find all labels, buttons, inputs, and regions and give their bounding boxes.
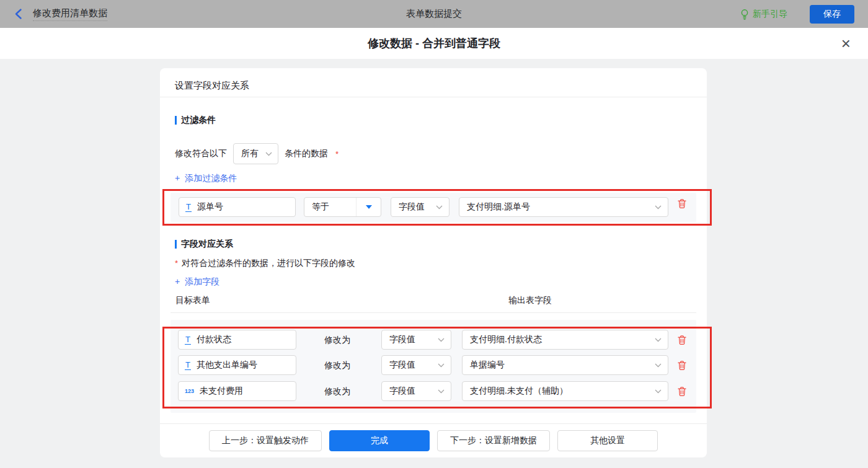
required-asterisk: *	[335, 149, 339, 159]
chevron-down-icon	[265, 152, 272, 156]
footer-actions: 上一步：设置触发动作 完成 下一步：设置新增数据 其他设置	[160, 430, 707, 451]
page-title: 表单数据提交	[0, 8, 868, 20]
close-icon[interactable]: ×	[841, 34, 851, 53]
delete-row-icon[interactable]	[676, 386, 688, 397]
filter-section-title: 过滤条件	[175, 115, 216, 126]
mapping-description: *对符合过滤条件的数据，进行以下字段的修改	[175, 258, 355, 269]
chevron-down-icon	[655, 389, 662, 394]
number-field-type-icon: 123	[185, 388, 194, 394]
dialog-title: 修改数据 - 合并到普通字段	[0, 28, 868, 59]
table-header-divider	[170, 312, 696, 313]
target-field-input[interactable]: T 付款状态	[178, 330, 296, 350]
chevron-down-icon	[655, 363, 662, 368]
lightbulb-icon	[740, 9, 749, 20]
guide-label: 新手引导	[753, 9, 787, 20]
panel-title: 设置字段对应关系	[175, 80, 249, 92]
filter-conditions-list: T 源单号 等于 字段值 支付明细.源单号	[170, 193, 696, 222]
delete-filter-row-icon[interactable]	[676, 198, 688, 209]
chevron-down-icon	[438, 338, 445, 342]
next-step-button[interactable]: 下一步：设置新增数据	[437, 430, 550, 451]
filter-value-type-select[interactable]: 字段值	[391, 197, 450, 217]
target-field-input[interactable]: T 其他支出单编号	[178, 355, 296, 375]
match-mode-select[interactable]: 所有	[233, 143, 278, 164]
settings-panel: 设置字段对应关系 过滤条件 修改符合以下 所有 条件的数据 * +添加过滤条件 …	[160, 68, 707, 457]
section-bar-icon	[175, 240, 177, 249]
column-header-output-field: 输出表字段	[508, 295, 552, 306]
field-mapping-list: T 付款状态 修改为 字段值 支付明细.付款状态	[170, 320, 696, 413]
other-settings-button[interactable]: 其他设置	[557, 430, 658, 451]
beginner-guide-link[interactable]: 新手引导	[740, 9, 787, 20]
target-field-input[interactable]: 123 未支付费用	[178, 381, 296, 401]
section-bar-icon	[175, 116, 177, 125]
column-header-target-form: 目标表单	[175, 295, 210, 306]
output-field-select[interactable]: 单据编号	[462, 355, 668, 375]
mapping-section-title: 字段对应关系	[175, 239, 233, 250]
text-field-type-icon: T	[185, 361, 191, 370]
chevron-down-icon	[436, 205, 443, 210]
filter-operator-select[interactable]: 等于	[304, 197, 381, 217]
filter-match-row: 修改符合以下 所有 条件的数据 *	[175, 143, 339, 164]
match-suffix-label: 条件的数据	[285, 148, 328, 159]
text-field-type-icon: T	[185, 335, 191, 345]
field-mapping-row: T 付款状态 修改为 字段值 支付明细.付款状态	[170, 330, 696, 350]
done-button[interactable]: 完成	[329, 430, 430, 451]
output-field-select[interactable]: 支付明细.付款状态	[462, 330, 668, 350]
delete-row-icon[interactable]	[676, 360, 688, 371]
dialog-header: 修改数据 - 合并到普通字段 ×	[0, 28, 868, 59]
text-field-type-icon: T	[185, 203, 192, 212]
field-mapping-row: 123 未支付费用 修改为 字段值 支付明细.未支付（辅助）	[170, 381, 696, 401]
caret-down-icon	[366, 205, 372, 209]
chevron-down-icon	[655, 338, 662, 342]
delete-row-icon[interactable]	[676, 334, 688, 345]
required-asterisk: *	[175, 258, 178, 268]
match-prefix-label: 修改符合以下	[175, 148, 227, 159]
value-type-select[interactable]: 字段值	[381, 355, 451, 375]
output-field-select[interactable]: 支付明细.未支付（辅助）	[462, 381, 668, 401]
chevron-down-icon	[438, 389, 445, 394]
plus-icon: +	[175, 276, 180, 286]
operator-dropdown-segment[interactable]	[356, 198, 381, 216]
prev-step-button[interactable]: 上一步：设置触发动作	[209, 430, 322, 451]
filter-value-select[interactable]: 支付明细.源单号	[459, 197, 668, 217]
modify-to-label: 修改为	[324, 381, 350, 401]
add-filter-condition-link[interactable]: +添加过滤条件	[175, 173, 237, 184]
save-button[interactable]: 保存	[810, 5, 854, 24]
plus-icon: +	[175, 173, 180, 183]
panel-header-divider	[160, 97, 707, 97]
modify-to-label: 修改为	[324, 355, 350, 375]
top-bar: 修改费用清单数据 表单数据提交 新手引导 保存	[0, 0, 868, 28]
chevron-down-icon	[438, 363, 445, 368]
footer-divider	[160, 423, 707, 424]
filter-field-input[interactable]: T 源单号	[179, 197, 296, 217]
modify-to-label: 修改为	[324, 330, 350, 350]
value-type-select[interactable]: 字段值	[381, 381, 451, 401]
chevron-down-icon	[655, 205, 662, 210]
value-type-select[interactable]: 字段值	[381, 330, 451, 350]
field-mapping-row: T 其他支出单编号 修改为 字段值 单据编号	[170, 355, 696, 375]
add-field-link[interactable]: +添加字段	[175, 276, 219, 288]
dialog-body: 设置字段对应关系 过滤条件 修改符合以下 所有 条件的数据 * +添加过滤条件 …	[0, 59, 868, 468]
